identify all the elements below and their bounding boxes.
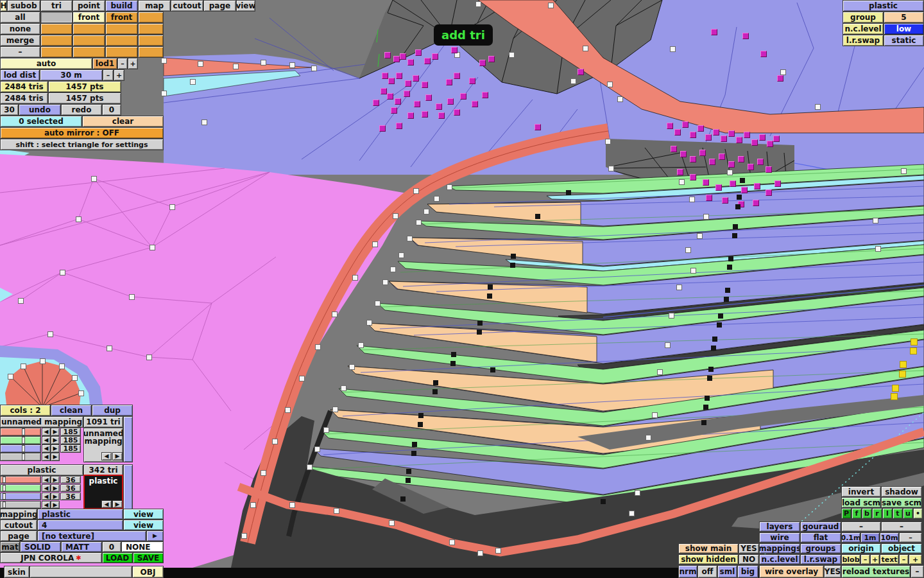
white-point[interactable] xyxy=(289,62,295,68)
grid-cell[interactable] xyxy=(73,46,105,58)
show-main-toggle[interactable]: show main xyxy=(678,543,739,554)
black-point[interactable] xyxy=(510,263,515,268)
white-point[interactable] xyxy=(873,218,878,223)
gouraud-button[interactable]: gouraud xyxy=(800,521,841,532)
grid-cell[interactable] xyxy=(40,35,73,46)
magenta-point[interactable] xyxy=(706,195,712,201)
grid-cell-empty[interactable] xyxy=(40,12,73,23)
save-button[interactable]: SAVE xyxy=(133,552,164,563)
white-point[interactable] xyxy=(332,311,338,317)
white-point[interactable] xyxy=(697,233,703,239)
magenta-point[interactable] xyxy=(395,98,401,105)
white-point[interactable] xyxy=(690,268,696,274)
white-point[interactable] xyxy=(334,508,339,514)
step-left-button[interactable]: ◀ xyxy=(42,476,51,484)
white-point[interactable] xyxy=(261,60,266,66)
color-slider-gray[interactable] xyxy=(0,453,41,461)
white-point[interactable] xyxy=(201,119,207,125)
magenta-point[interactable] xyxy=(384,52,391,58)
merge-button[interactable]: merge xyxy=(0,35,40,46)
white-point[interactable] xyxy=(875,246,881,252)
white-point[interactable] xyxy=(21,363,26,369)
magenta-point[interactable] xyxy=(438,112,445,119)
black-point[interactable] xyxy=(707,376,712,381)
magenta-point[interactable] xyxy=(414,101,420,107)
step-left-button[interactable]: ◀ xyxy=(42,501,51,509)
proj-dot-button[interactable]: • xyxy=(913,508,923,519)
white-point[interactable] xyxy=(72,375,78,381)
black-point[interactable] xyxy=(411,451,416,456)
menu-h[interactable]: H xyxy=(0,0,7,12)
white-point[interactable] xyxy=(358,342,364,348)
white-point[interactable] xyxy=(332,407,338,412)
color-slider-gray[interactable] xyxy=(0,501,41,509)
cutout-view-button[interactable]: view xyxy=(123,520,164,530)
white-point[interactable] xyxy=(285,407,291,413)
black-point[interactable] xyxy=(400,496,406,502)
black-point[interactable] xyxy=(487,293,492,299)
white-point[interactable] xyxy=(349,364,355,370)
white-point[interactable] xyxy=(629,511,635,516)
magenta-point[interactable] xyxy=(379,125,386,132)
yellow-point[interactable] xyxy=(911,338,918,346)
white-point[interactable] xyxy=(366,320,372,326)
white-point[interactable] xyxy=(669,313,674,319)
magenta-point[interactable] xyxy=(472,101,478,107)
step-left-button[interactable]: ◀ xyxy=(42,436,51,444)
grid-cell[interactable] xyxy=(105,46,138,58)
grid-cell[interactable] xyxy=(138,23,164,35)
magenta-point[interactable] xyxy=(690,156,696,162)
white-point[interactable] xyxy=(652,412,658,418)
magenta-point[interactable] xyxy=(748,164,754,170)
white-point[interactable] xyxy=(583,46,588,51)
magenta-point[interactable] xyxy=(721,136,727,142)
mapping-row-value[interactable]: plastic xyxy=(37,509,123,520)
magenta-point[interactable] xyxy=(777,75,783,82)
black-point[interactable] xyxy=(488,285,493,290)
grid-cell[interactable] xyxy=(105,23,138,35)
load-button[interactable]: LOAD xyxy=(102,552,133,563)
step-right-button[interactable]: ▶ xyxy=(51,501,60,509)
white-point[interactable] xyxy=(390,267,396,272)
black-point[interactable] xyxy=(418,413,424,418)
magenta-point[interactable] xyxy=(728,161,735,168)
text-button[interactable]: text xyxy=(880,554,899,565)
white-point[interactable] xyxy=(169,204,175,210)
white-point[interactable] xyxy=(198,61,203,67)
magenta-point[interactable] xyxy=(422,111,428,118)
undo-button[interactable]: undo xyxy=(19,104,61,116)
white-point[interactable] xyxy=(727,170,733,175)
group-value[interactable]: 5 xyxy=(884,12,924,23)
nrm-button[interactable]: nrm xyxy=(678,565,697,578)
obj-button[interactable]: OBJ xyxy=(132,566,164,578)
step-right-button[interactable]: ▶ xyxy=(51,428,60,436)
grid-cell[interactable] xyxy=(138,46,164,58)
magenta-point[interactable] xyxy=(454,73,460,79)
lod-plus-button[interactable]: + xyxy=(128,58,138,69)
step-right-button[interactable]: ▶ xyxy=(51,444,60,453)
magenta-point[interactable] xyxy=(767,141,773,147)
magenta-point[interactable] xyxy=(674,129,681,136)
proj-l-button[interactable]: l xyxy=(882,508,893,519)
magenta-point[interactable] xyxy=(754,183,760,189)
white-point[interactable] xyxy=(449,539,455,545)
nc-level-button[interactable]: n.c.level xyxy=(759,554,800,565)
magenta-point[interactable] xyxy=(451,47,458,53)
white-point[interactable] xyxy=(107,346,112,351)
white-point[interactable] xyxy=(509,52,515,58)
white-point[interactable] xyxy=(146,355,152,360)
white-point[interactable] xyxy=(447,184,452,190)
black-point[interactable] xyxy=(733,224,738,229)
lod-dist-plus-button[interactable]: + xyxy=(114,69,124,81)
step-left-button[interactable]: ◀ xyxy=(42,493,51,500)
white-point[interactable] xyxy=(548,3,554,8)
magenta-point[interactable] xyxy=(400,53,406,60)
black-point[interactable] xyxy=(717,322,722,328)
white-point[interactable] xyxy=(272,439,278,444)
white-point[interactable] xyxy=(47,331,53,337)
step-left-button[interactable]: ◀ xyxy=(42,444,51,453)
black-point[interactable] xyxy=(725,288,730,293)
white-point[interactable] xyxy=(780,69,786,75)
white-point[interactable] xyxy=(407,236,413,241)
magenta-point[interactable] xyxy=(447,98,454,105)
